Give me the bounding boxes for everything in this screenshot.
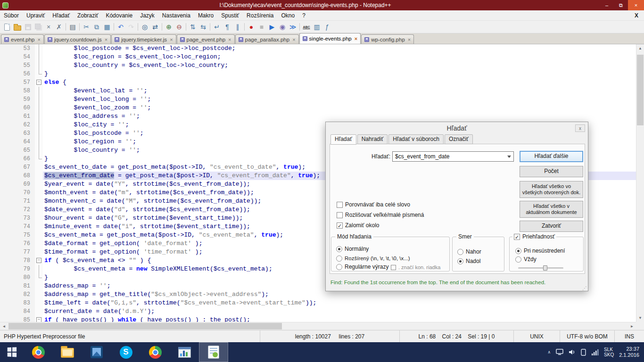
volume-icon[interactable] <box>569 349 576 355</box>
checkbox-box[interactable] <box>337 212 343 218</box>
search-mode-normal-radio[interactable]: Normálny <box>336 246 369 252</box>
show-hidden-icons-icon[interactable]: ∧ <box>547 350 551 354</box>
find-icon[interactable]: ◎ <box>140 22 150 32</box>
radio-dot[interactable] <box>336 255 342 262</box>
scroll-left-icon[interactable]: ◄ <box>0 322 8 330</box>
menu-item-11[interactable]: ? <box>298 11 309 20</box>
title-bar[interactable]: I:\Dokumenty\ecav\event_countdown\single… <box>0 0 644 10</box>
radio-dot[interactable] <box>457 258 463 264</box>
scroll-down-icon[interactable]: ▼ <box>636 314 644 322</box>
radio-dot[interactable] <box>515 248 521 254</box>
scroll-up-icon[interactable]: ▲ <box>636 44 644 52</box>
tab-close-icon[interactable]: × <box>292 37 295 42</box>
word-wrap-icon[interactable]: ↵ <box>212 22 222 32</box>
save-icon[interactable] <box>23 22 33 32</box>
close-all-files-icon[interactable]: ✗ <box>54 22 64 32</box>
tab-close-icon[interactable]: × <box>408 37 411 42</box>
tab-jquery.countdown.js[interactable]: jquery.countdown.js× <box>44 34 111 44</box>
copy-icon[interactable]: ⧉ <box>91 22 102 32</box>
chrome-secondary-taskbar-button[interactable] <box>140 342 170 362</box>
horizontal-scroll-thumb[interactable] <box>8 323 282 329</box>
status-eol-format[interactable]: UNIX <box>514 330 560 342</box>
checkbox-box[interactable] <box>337 222 343 229</box>
combo-dropdown-icon[interactable] <box>505 152 513 161</box>
fold-collapse-icon[interactable]: − <box>36 317 41 322</box>
checkbox-box[interactable] <box>391 265 396 270</box>
vertical-scrollbar[interactable]: ▲ ▼ <box>636 44 644 322</box>
run-macro-multiple-icon[interactable]: ≫ <box>288 22 298 32</box>
menu-item-1[interactable]: Upraviť <box>23 11 49 20</box>
function-list-icon[interactable]: ƒ <box>322 22 332 32</box>
close-file-icon[interactable]: × <box>43 22 54 32</box>
fold-collapse-icon[interactable]: − <box>36 80 41 85</box>
tab-event.php[interactable]: event.php× <box>1 34 44 44</box>
show-indent-guide-icon[interactable]: ∥ <box>232 22 243 32</box>
dot-matches-newline-checkbox[interactable]: . značí kon. riadka <box>391 264 440 271</box>
menu-item-4[interactable]: Kódovanie <box>102 11 136 20</box>
menu-item-6[interactable]: Nastavenia <box>158 11 194 20</box>
fold-margin[interactable]: − <box>35 78 43 87</box>
fold-margin[interactable]: − <box>35 316 43 322</box>
status-encoding[interactable]: UTF-8 w/o BOM <box>560 330 615 342</box>
redo-icon[interactable]: ↷ <box>126 22 136 32</box>
chrome-taskbar-button[interactable] <box>24 342 53 362</box>
file-explorer-taskbar-button[interactable] <box>53 342 82 362</box>
menu-item-0[interactable]: Súbor <box>0 11 23 20</box>
tab-close-icon[interactable]: × <box>228 37 231 42</box>
match-whole-word-checkbox[interactable]: Porovnávať iba celé slovo <box>337 201 410 208</box>
tab-find-in-files[interactable]: Hľadať v súboroch <box>388 134 444 144</box>
sync-horizontal-scroll-icon[interactable]: ⇆ <box>198 22 208 32</box>
checkbox-box[interactable] <box>337 202 343 208</box>
clock[interactable]: 23:37 2.1.2016 <box>619 346 639 358</box>
new-file-icon[interactable] <box>2 22 12 32</box>
sync-vertical-scroll-icon[interactable]: ⇅ <box>188 22 198 32</box>
zoom-in-icon[interactable]: ⊕ <box>164 22 174 32</box>
tab-close-icon[interactable]: × <box>38 37 41 42</box>
checkbox-box[interactable] <box>514 234 520 240</box>
find-what-combobox[interactable]: $cs_event_from_date <box>392 151 514 162</box>
restore-icon[interactable]: ⧉ <box>614 0 628 10</box>
print-icon[interactable]: ▤ <box>67 22 78 32</box>
menu-item-5[interactable]: Jazyk <box>136 11 158 20</box>
menu-item-10[interactable]: Okno <box>277 11 298 20</box>
radio-dot[interactable] <box>515 256 521 263</box>
close-find-button[interactable]: Zatvoriť <box>520 221 583 232</box>
tab-close-icon[interactable]: × <box>355 36 357 41</box>
tab-close-icon[interactable]: × <box>105 37 107 42</box>
menu-item-7[interactable]: Makro <box>194 11 217 20</box>
tab-close-icon[interactable]: × <box>170 37 173 42</box>
tab-replace[interactable]: Nahradiť <box>357 134 388 144</box>
find-all-open-docs-button[interactable]: Hľadať všetko vo všetkých otvorených dok… <box>520 181 583 198</box>
paste-icon[interactable]: ▦ <box>102 22 112 32</box>
zoom-out-icon[interactable]: ⊖ <box>174 22 184 32</box>
photos-app-taskbar-button[interactable] <box>82 342 111 362</box>
skype-taskbar-button[interactable]: S <box>111 342 140 362</box>
tab-jquery.timepicker.js[interactable]: jquery.timepicker.js× <box>111 34 176 44</box>
network-icon[interactable] <box>556 349 563 355</box>
vertical-scroll-thumb[interactable] <box>637 55 644 125</box>
show-all-characters-icon[interactable]: ¶ <box>222 22 232 32</box>
slider-thumb[interactable] <box>543 265 547 271</box>
horizontal-scrollbar[interactable]: ◄ ► <box>0 322 636 330</box>
record-macro-icon[interactable]: ● <box>246 22 256 32</box>
search-mode-regex-radio[interactable]: Regulárne výrazy <box>336 263 388 270</box>
tab-page_parallax.php[interactable]: page_parallax.php× <box>235 34 299 44</box>
find-all-current-doc-button[interactable]: Hľadať všetko v aktuálnom dokumente <box>520 201 583 218</box>
menu-item-8[interactable]: Spustiť <box>217 11 243 20</box>
tab-single-events.php[interactable]: single-events.php× <box>299 33 361 44</box>
save-macro-icon[interactable]: ◉ <box>277 22 288 32</box>
play-macro-icon[interactable]: ▶ <box>267 22 277 32</box>
match-case-checkbox[interactable]: Rozlišovať veľké/malé písmená <box>337 212 424 218</box>
transparency-checkbox[interactable]: Priehľadnosť <box>512 233 556 240</box>
cut-icon[interactable]: ✂ <box>81 22 91 32</box>
wrap-around-checkbox[interactable]: Zalomiť okolo <box>337 222 380 229</box>
language-indicator[interactable]: SLK SKQ <box>604 347 614 357</box>
fold-margin[interactable]: − <box>35 256 43 265</box>
scroll-right-icon[interactable]: ► <box>628 322 636 330</box>
tab-find[interactable]: Hľadať <box>330 134 356 145</box>
close-icon[interactable]: × <box>628 0 644 10</box>
signal-icon[interactable] <box>591 349 599 355</box>
direction-down-radio[interactable]: Nadol <box>457 258 480 264</box>
replace-icon[interactable]: ⇄ <box>150 22 160 32</box>
start-button[interactable] <box>0 342 24 362</box>
